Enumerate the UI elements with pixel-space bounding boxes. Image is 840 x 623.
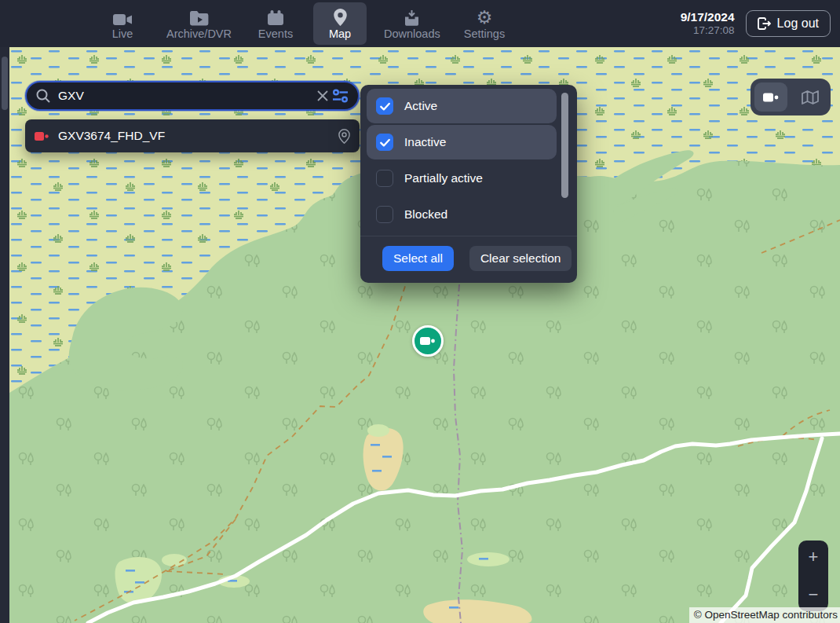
archive-dvr-icon [190,7,209,26]
filter-option-label: Inactive [404,135,446,149]
nav-tab-events[interactable]: Events [249,2,302,45]
checkbox-partially-active[interactable] [376,170,393,187]
filter-option-partially-active[interactable]: Partially active [367,161,557,196]
nav-tab-map[interactable]: Map [313,2,367,45]
nav-label: Map [329,27,351,40]
check-icon [380,102,390,111]
datetime-display: 9/17/2024 17:27:08 [681,9,735,38]
close-icon [316,90,329,102]
app-window: Live Archive/DVR Events Map [0,0,840,623]
filter-sliders-icon [332,89,349,103]
nav-tab-live[interactable]: Live [96,2,149,45]
clear-selection-button[interactable]: Clear selection [469,246,572,271]
settings-gear-icon: ⚙ [477,7,493,26]
checkbox-active[interactable] [376,97,393,115]
nav-tab-downloads[interactable]: Downloads [378,2,447,45]
nav-label: Archive/DVR [166,27,232,40]
nav-label: Events [258,27,293,40]
search-input[interactable] [57,88,315,104]
status-filter-dropdown: Active Inactive Partially active Blocked [360,85,577,283]
current-time: 17:27:08 [681,24,735,38]
filter-option-inactive[interactable]: Inactive [367,125,557,159]
nav-tab-settings[interactable]: ⚙ Settings [458,2,511,45]
zoom-out-button[interactable]: − [804,586,824,603]
zoom-in-button[interactable]: + [804,548,824,566]
checkbox-blocked[interactable] [376,206,393,223]
downloads-icon [404,7,419,26]
filter-option-label: Partially active [404,171,483,185]
nav-label: Downloads [384,27,440,40]
map-pin-icon [334,7,347,26]
scrollbar-thumb[interactable] [2,57,8,110]
filter-button[interactable] [331,87,350,104]
camera-icon [419,335,436,346]
checkbox-inactive[interactable] [376,134,393,151]
clear-search-button[interactable] [315,88,331,104]
live-camera-icon [113,7,133,26]
logout-label: Log out [777,16,819,31]
camera-view-icon [762,92,780,103]
osm-attribution-link[interactable]: © OpenStreetMap contributors [689,607,840,623]
filter-option-label: Blocked [404,207,447,222]
nav-label: Live [112,27,133,40]
main-nav: Live Archive/DVR Events Map [96,2,511,45]
camera-view-button[interactable] [754,82,787,112]
map-zoom-control: + − [798,541,828,611]
camera-result-icon [35,131,50,141]
select-all-button[interactable]: Select all [382,246,454,271]
current-date: 9/17/2024 [681,9,735,24]
camera-search-bar [25,81,360,111]
filter-option-blocked[interactable]: Blocked [367,197,557,232]
check-icon [380,138,390,147]
camera-marker[interactable] [412,325,444,357]
map-view-icon [802,90,819,104]
events-calendar-icon [268,7,283,26]
location-pin-icon[interactable] [338,129,350,144]
nav-tab-archive-dvr[interactable]: Archive/DVR [160,2,238,45]
map-view-button[interactable] [794,82,827,112]
search-result-row[interactable]: GXV3674_FHD_VF [25,119,360,152]
logout-button[interactable]: Log out [746,10,831,37]
filter-option-active[interactable]: Active [367,89,557,123]
nav-label: Settings [464,27,505,40]
camera-name: GXV3674_FHD_VF [58,129,338,143]
view-mode-toggle [751,79,831,115]
top-navigation-bar: Live Archive/DVR Events Map [0,0,840,47]
search-icon [36,89,50,103]
vertical-scrollbar[interactable] [0,47,9,623]
logout-icon [758,17,771,30]
dropdown-scrollbar[interactable] [561,93,568,198]
filter-option-label: Active [404,99,437,113]
